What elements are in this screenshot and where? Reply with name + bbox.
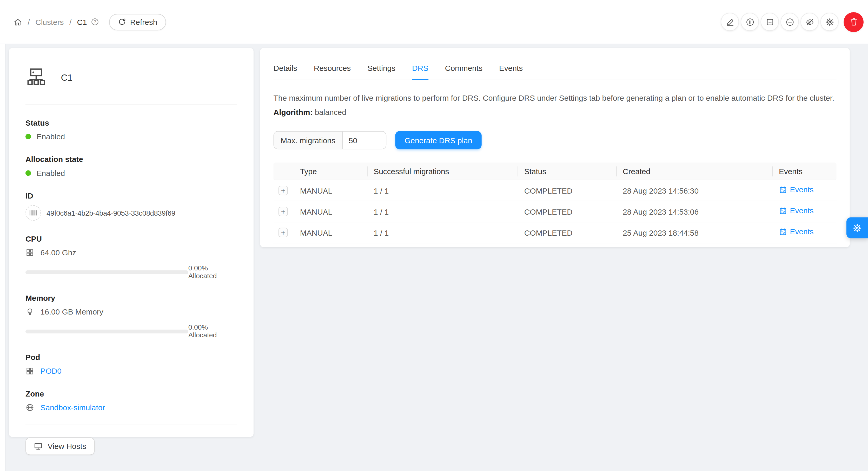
cell-created: 28 Aug 2023 14:53:06 xyxy=(616,207,772,216)
col-events: Events xyxy=(772,167,836,175)
cluster-uuid: 49f0c6a1-4b2b-4ba4-9053-33c08d839f69 xyxy=(46,209,175,217)
pause-circle-icon xyxy=(745,18,754,26)
header-action-buttons xyxy=(721,12,864,32)
trash-icon xyxy=(849,17,858,27)
drs-description: The maximum number of live migrations to… xyxy=(274,92,837,104)
schedule-calendar-icon xyxy=(779,186,787,194)
gear-icon xyxy=(852,223,862,233)
unmanage-button[interactable] xyxy=(761,13,779,31)
table-row: + MANUAL 1 / 1 COMPLETED 28 Aug 2023 14:… xyxy=(274,180,837,201)
id-section: ID 49f0c6a1-4b2b-4ba4-9053-33c08d839f69 xyxy=(26,191,237,221)
expand-row-button[interactable]: + xyxy=(279,228,288,237)
status-section: Status Enabled xyxy=(26,118,237,141)
cluster-detail-panel: Details Resources Settings DRS Comments … xyxy=(260,48,849,247)
settings-button[interactable] xyxy=(820,13,839,31)
breadcrumb-current: C1 xyxy=(77,18,87,26)
disable-button[interactable] xyxy=(780,13,799,31)
tab-drs[interactable]: DRS xyxy=(412,57,428,79)
cluster-info-card: C1 Status Enabled Allocation state Enabl… xyxy=(9,48,254,437)
breadcrumb-separator: / xyxy=(69,18,71,26)
project-drawer-toggle-button[interactable] xyxy=(846,217,868,238)
pod-section: Pod POD0 xyxy=(26,353,237,375)
plus-expand-icon: + xyxy=(281,208,285,215)
generate-drs-plan-button[interactable]: Generate DRS plan xyxy=(395,131,482,149)
row-events-link[interactable]: Events xyxy=(779,206,814,215)
minus-square-icon xyxy=(765,18,774,26)
cell-migrations: 1 / 1 xyxy=(367,207,518,216)
drs-controls: Max. migrations Generate DRS plan xyxy=(274,131,837,149)
cpu-progress: 0.00% Allocated xyxy=(26,264,237,280)
cpu-value: 64.00 Ghz xyxy=(40,248,76,257)
cpu-grid-icon xyxy=(26,248,34,257)
row-events-link[interactable]: Events xyxy=(779,185,814,194)
tab-details[interactable]: Details xyxy=(274,57,297,79)
divider xyxy=(26,104,237,105)
memory-progress: 0.00% Allocated xyxy=(26,323,237,339)
cpu-allocated-label: 0.00% Allocated xyxy=(188,264,237,280)
tab-comments[interactable]: Comments xyxy=(445,57,483,79)
table-header-row: Type Successful migrations Status Create… xyxy=(274,163,837,180)
allocation-label: Allocation state xyxy=(26,155,237,164)
plus-expand-icon: + xyxy=(281,187,285,194)
card-header: C1 xyxy=(26,67,237,88)
divider xyxy=(26,425,237,425)
cell-migrations: 1 / 1 xyxy=(367,186,518,195)
col-type: Type xyxy=(293,167,367,175)
view-hosts-label: View Hosts xyxy=(48,442,86,450)
breadcrumb-separator: / xyxy=(28,18,30,26)
cluster-detail-page: / Clusters / C1 ? Refresh xyxy=(0,0,868,471)
max-migrations-addon: Max. migrations xyxy=(274,132,343,149)
tab-events[interactable]: Events xyxy=(499,57,523,79)
tab-settings[interactable]: Settings xyxy=(367,57,396,79)
svg-text:?: ? xyxy=(94,20,96,24)
drs-plans-table: Type Successful migrations Status Create… xyxy=(274,163,837,243)
view-hosts-button[interactable]: View Hosts xyxy=(26,437,95,455)
id-label: ID xyxy=(26,191,237,200)
memory-allocated-label: 0.00% Allocated xyxy=(188,323,237,339)
breadcrumb: / Clusters / C1 ? Refresh xyxy=(13,13,166,30)
edit-button[interactable] xyxy=(721,13,739,31)
memory-label: Memory xyxy=(26,294,237,302)
status-label: Status xyxy=(26,118,237,127)
table-row: + MANUAL 1 / 1 COMPLETED 28 Aug 2023 14:… xyxy=(274,201,837,223)
delete-button[interactable] xyxy=(844,12,864,32)
expand-row-button[interactable]: + xyxy=(279,186,288,195)
gear-icon xyxy=(825,18,834,26)
expand-row-button[interactable]: + xyxy=(279,207,288,216)
cell-status: COMPLETED xyxy=(518,186,616,195)
monitor-icon xyxy=(34,442,42,450)
bulb-icon xyxy=(26,307,34,316)
refresh-button[interactable]: Refresh xyxy=(109,13,166,30)
minus-circle-icon xyxy=(785,18,794,26)
col-successful-migrations: Successful migrations xyxy=(367,167,518,175)
cell-status: COMPLETED xyxy=(518,207,616,216)
cell-created: 25 Aug 2023 18:44:58 xyxy=(616,228,772,237)
cell-type: MANUAL xyxy=(293,228,367,237)
schedule-calendar-icon xyxy=(779,207,787,215)
allocation-value: Enabled xyxy=(37,169,65,177)
memory-value: 16.00 GB Memory xyxy=(40,307,103,316)
pod-link[interactable]: POD0 xyxy=(40,367,62,375)
cpu-progress-track xyxy=(26,270,188,274)
collapsed-sidebar-rail xyxy=(0,44,5,471)
home-icon[interactable] xyxy=(13,18,22,26)
refresh-label: Refresh xyxy=(130,18,157,26)
pause-button[interactable] xyxy=(741,13,759,31)
memory-progress-track xyxy=(26,329,188,333)
tab-resources[interactable]: Resources xyxy=(314,57,351,79)
edit-icon xyxy=(725,18,734,26)
memory-section: Memory 16.00 GB Memory 0.00% Allocated xyxy=(26,294,237,339)
cluster-icon xyxy=(26,67,46,88)
pod-label: Pod xyxy=(26,353,237,362)
algorithm-value: balanced xyxy=(315,108,346,116)
plus-expand-icon: + xyxy=(281,229,285,236)
row-events-link[interactable]: Events xyxy=(779,227,814,236)
question-circle-icon[interactable]: ? xyxy=(91,18,99,26)
zone-label: Zone xyxy=(26,389,237,398)
pod-grid-icon xyxy=(26,367,34,375)
hide-button[interactable] xyxy=(801,13,819,31)
zone-link[interactable]: Sandbox-simulator xyxy=(40,403,105,412)
refresh-icon xyxy=(118,18,126,26)
breadcrumb-clusters[interactable]: Clusters xyxy=(35,18,64,26)
max-migrations-input[interactable] xyxy=(343,132,386,149)
